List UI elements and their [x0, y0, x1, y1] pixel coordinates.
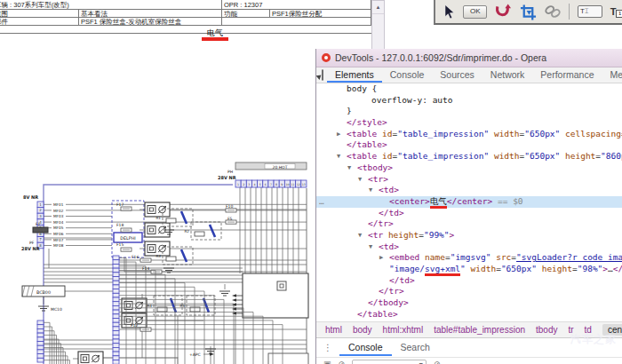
clear-console-icon[interactable]: ⊘ — [339, 360, 346, 364]
expand-arrow-icon[interactable]: ▶ — [379, 252, 383, 264]
diagram-label: F14 — [142, 266, 149, 271]
breadcrumb-item[interactable]: table#table_impression — [434, 325, 525, 335]
link-tool-icon[interactable] — [545, 4, 561, 19]
connector-pin — [37, 325, 44, 329]
elements-tree-row[interactable]: </tr> — [316, 286, 622, 297]
pin-number: 8 — [275, 183, 277, 186]
devtools-breadcrumbs: htmlbodyhtml:xhtmltable#table_impression… — [316, 321, 622, 337]
elements-tree-row[interactable]: </table> — [316, 309, 622, 320]
kebab-menu-icon[interactable]: ⋮ — [323, 343, 332, 352]
pin-number: 1 — [237, 183, 239, 186]
expand-arrow-icon[interactable]: ▶ — [337, 129, 340, 140]
connector-pin — [113, 360, 119, 364]
expand-arrow-icon[interactable]: ▼ — [347, 162, 351, 174]
connector-pin — [113, 285, 119, 289]
breadcrumb-item[interactable]: html — [325, 325, 342, 335]
relay-coil — [191, 222, 221, 240]
connector-pin — [113, 260, 119, 265]
relay-module — [122, 298, 147, 313]
elements-tree-row[interactable]: overflow-y: auto — [316, 95, 622, 107]
connector-pin — [37, 342, 44, 346]
console-sidebar-icon[interactable]: ▣ — [323, 360, 331, 364]
text-number-tool-icon[interactable]: T1 — [610, 6, 622, 17]
connector-pin — [113, 339, 119, 344]
module-box — [243, 273, 308, 318]
elements-tree-row[interactable]: ▶<table id="table_impression" width="650… — [316, 129, 622, 140]
ok-button-icon[interactable]: OK — [463, 5, 487, 19]
pin-number: 12 — [297, 183, 300, 186]
elements-tree-row[interactable]: </td> — [316, 208, 622, 219]
elements-tree-row[interactable]: ▶<embed name="imgsvg" src="svgLoader?r_c… — [316, 252, 622, 264]
eye-icon[interactable]: ⊘ — [434, 360, 441, 364]
elements-tree-row[interactable]: ▼<tr height="99%"> — [316, 230, 622, 241]
devtools-tab-elements[interactable]: Elements — [327, 67, 382, 83]
diagram-label: F5 — [227, 217, 233, 221]
scrollbar-up-arrow[interactable]: ▲ — [372, 1, 384, 14]
elements-tree-row[interactable]: ▼<table id="table_impression" width="650… — [316, 151, 622, 162]
elements-tree-row[interactable]: ▼<tr> — [316, 174, 622, 186]
devtools-tab-memory[interactable]: Memory — [602, 67, 622, 83]
diagram-label: F15 — [116, 242, 124, 247]
diagram-label: MF05 — [53, 226, 64, 230]
diagram-label: 28V NR — [218, 175, 236, 180]
pin-number: 4 — [254, 183, 256, 186]
elements-tree-row[interactable]: ▼<tbody> — [316, 162, 622, 174]
expand-arrow-icon[interactable]: ▼ — [358, 174, 362, 186]
arrow-left — [232, 298, 236, 302]
connector-pin — [37, 328, 44, 333]
diagram-label: MF01 — [53, 202, 64, 207]
diagram-label: +APC — [189, 352, 201, 357]
connector-pin — [113, 277, 119, 281]
inspect-element-icon[interactable] — [322, 69, 323, 81]
breadcrumb-item[interactable]: tr — [568, 325, 573, 335]
breadcrumb-item[interactable]: center — [602, 324, 622, 336]
breadcrumb-item[interactable]: body — [353, 325, 372, 335]
toolbar-separator — [569, 4, 570, 20]
elements-tree-row[interactable]: ▼<td> — [316, 185, 622, 196]
devtools-titlebar[interactable]: DevTools - 127.0.0.1:6092/Sdr/imprimer.d… — [316, 49, 622, 67]
breadcrumb-item[interactable]: td — [585, 325, 592, 335]
diagram-label: R3 — [156, 254, 161, 258]
diagram-label: F18 — [116, 223, 124, 227]
devtools-elements-tree[interactable]: body {overflow-y: auto}</style>▶<table i… — [316, 83, 622, 321]
elements-tree-row[interactable]: </tbody> — [316, 297, 622, 309]
textfield-tool-icon[interactable]: T⌶ — [578, 5, 602, 18]
connector-pin — [113, 331, 119, 336]
devtools-tab-console[interactable]: Console — [382, 67, 433, 83]
expand-arrow-icon[interactable]: ▼ — [337, 151, 340, 162]
connector-pin — [113, 268, 119, 273]
context-dropdown[interactable]: ▼ — [352, 360, 427, 364]
elements-tree-row[interactable]: "image/svg+xml" width="650px" height="98… — [316, 264, 622, 275]
connector-pin — [113, 293, 119, 297]
pin-number: 3 — [39, 214, 42, 218]
diagram-label: MF07 — [53, 238, 64, 242]
expand-arrow-icon[interactable]: ▼ — [369, 241, 372, 253]
crop-tool-icon[interactable] — [520, 4, 537, 20]
elements-tree-row[interactable]: </table> — [316, 139, 622, 151]
elements-tree-row[interactable]: } — [316, 106, 622, 117]
expand-arrow-icon[interactable]: ▼ — [358, 230, 362, 241]
pin-number: 10 — [285, 183, 289, 186]
breadcrumb-item[interactable]: tbody — [536, 325, 557, 335]
breadcrumb-item[interactable]: html:xhtml — [383, 325, 424, 335]
elements-tree-row[interactable]: </td> — [316, 275, 622, 287]
elements-tree-row[interactable]: </tr> — [316, 218, 622, 230]
screen: { "page": { "table": { "row1_left": "车辆 … — [0, 0, 622, 364]
page-scrollbar[interactable]: ▲ — [371, 0, 385, 50]
devtools-tab-network[interactable]: Network — [482, 67, 533, 83]
elements-tree-row[interactable]: </style> — [316, 117, 622, 129]
expand-arrow-icon[interactable]: ▼ — [369, 185, 372, 196]
cursor-tool-icon[interactable] — [444, 4, 455, 20]
drawer-tab-search[interactable]: Search — [392, 339, 439, 356]
elements-tree-row[interactable]: ▼<td> — [316, 241, 622, 253]
devtools-tabbar: ElementsConsoleSourcesNetworkPerformance… — [316, 67, 622, 83]
diagram-part — [210, 225, 215, 237]
connector-pin — [37, 337, 44, 342]
elements-tree-row[interactable]: body { — [316, 83, 622, 95]
diagram-label: F16 — [132, 255, 139, 259]
devtools-tab-performance[interactable]: Performance — [532, 67, 602, 83]
squiggle-tool-icon[interactable] — [495, 4, 512, 20]
devtools-tab-sources[interactable]: Sources — [432, 67, 482, 83]
drawer-tab-console[interactable]: Console — [339, 339, 392, 356]
elements-tree-selected-row[interactable]: …<center>电气</center> == $0 — [316, 196, 622, 208]
